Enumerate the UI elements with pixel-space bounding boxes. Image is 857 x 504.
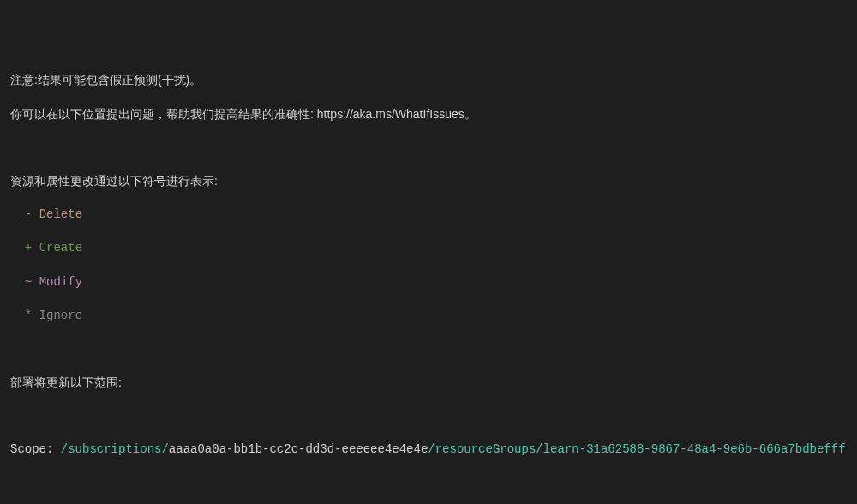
- star-icon: *: [25, 309, 32, 322]
- notice-line: 注意:结果可能包含假正预测(干扰)。: [10, 72, 847, 89]
- legend-modify-label: Modify: [39, 275, 82, 289]
- scope-rg-name: learn-31a62588-9867-48a4-9e6b-666a7bdbef…: [543, 442, 846, 456]
- scope-sub-prefix: /subscriptions/: [61, 442, 169, 456]
- legend-create: + Create: [10, 240, 847, 257]
- legend-ignore-label: Ignore: [39, 309, 82, 322]
- legend-delete: - Delete: [10, 207, 847, 224]
- help-prefix: 你可以在以下位置提出问题，帮助我们提高结果的准确性:: [10, 107, 317, 121]
- tilde-icon: ~: [25, 275, 32, 289]
- legend-modify: ~ Modify: [10, 274, 847, 291]
- legend-ignore: * Ignore: [10, 308, 847, 325]
- scope-title: 部署将更新以下范围:: [10, 375, 847, 392]
- scope-sub-id: aaaa0a0a-bb1b-cc2c-dd3d-eeeeee4e4e4e: [169, 442, 428, 456]
- legend-title: 资源和属性更改通过以下符号进行表示:: [10, 173, 847, 190]
- legend-delete-label: Delete: [39, 207, 82, 221]
- scope-rg-prefix: /resourceGroups/: [428, 442, 542, 456]
- scope-label: Scope:: [10, 442, 61, 456]
- legend-create-label: Create: [39, 241, 82, 255]
- minus-icon: -: [25, 207, 32, 221]
- plus-icon: +: [25, 241, 32, 255]
- help-suffix: 。: [464, 107, 476, 121]
- help-url[interactable]: https://aka.ms/WhatIfIssues: [317, 107, 464, 121]
- scope-line: Scope: /subscriptions/aaaa0a0a-bb1b-cc2c…: [10, 441, 847, 459]
- help-line: 你可以在以下位置提出问题，帮助我们提高结果的准确性: https://aka.m…: [10, 106, 847, 123]
